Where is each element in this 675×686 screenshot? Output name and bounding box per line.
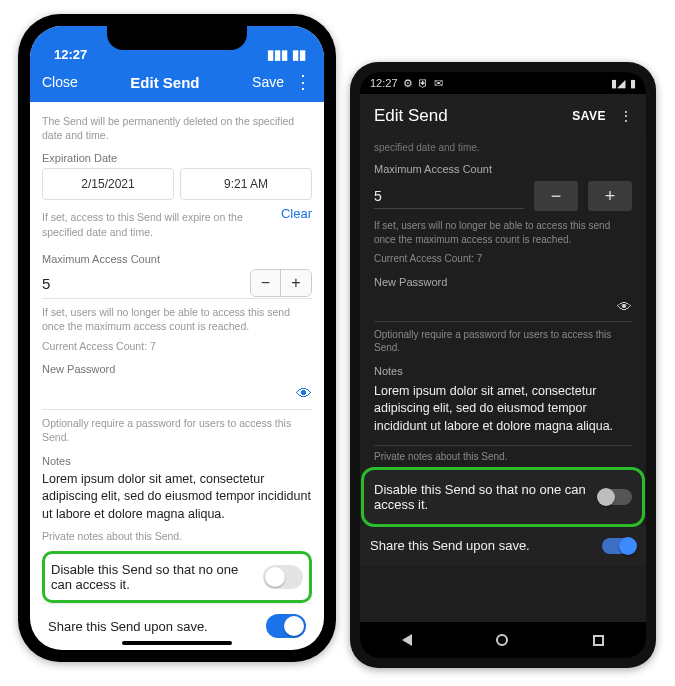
current-access-count: Current Access Count: 7 <box>42 339 312 353</box>
clear-button[interactable]: Clear <box>281 206 312 221</box>
page-title: Edit Send <box>130 74 199 91</box>
save-button[interactable]: Save <box>252 74 284 90</box>
share-send-toggle[interactable] <box>602 538 636 554</box>
home-button[interactable] <box>496 634 508 646</box>
signal-icon: ▮◢ <box>611 77 625 90</box>
notes-label: Notes <box>374 365 632 377</box>
back-button[interactable] <box>402 634 412 646</box>
iphone-screen: 12:27 ▮▮▮ ▮▮ Close Edit Send Save ⋮ The … <box>30 26 324 650</box>
notes-text[interactable]: Lorem ipsum dolor sit amet, consectetur … <box>42 471 312 524</box>
android-status-bar: 12:27 ⚙ ⛨ ✉ ▮◢ ▮ <box>360 72 646 94</box>
iphone-notch <box>107 26 247 50</box>
max-access-value[interactable]: 5 <box>374 184 524 209</box>
android-frame: 12:27 ⚙ ⛨ ✉ ▮◢ ▮ Edit Send SAVE ⋮ specif… <box>350 62 656 668</box>
max-access-label: Maximum Access Count <box>42 253 312 265</box>
notes-helper: Private notes about this Send. <box>42 529 312 543</box>
expiration-date-field[interactable]: 2/15/2021 <box>42 168 174 200</box>
current-access-count: Current Access Count: 7 <box>374 252 632 266</box>
stepper-minus-button[interactable]: − <box>251 270 281 296</box>
iphone-frame: 12:27 ▮▮▮ ▮▮ Close Edit Send Save ⋮ The … <box>18 14 336 662</box>
disable-send-toggle[interactable] <box>263 565 303 589</box>
ios-nav-bar: Close Edit Send Save ⋮ <box>30 62 324 102</box>
battery-icon: ▮▮ <box>292 47 306 62</box>
eye-icon[interactable]: 👁 <box>296 385 312 403</box>
gear-icon: ⚙ <box>403 77 413 90</box>
stepper-plus-button[interactable]: + <box>588 181 632 211</box>
ios-body: The Send will be permanently deleted on … <box>30 102 324 650</box>
deletion-helper-partial: specified date and time. <box>374 142 632 153</box>
stepper-minus-button[interactable]: − <box>534 181 578 211</box>
new-password-label: New Password <box>374 276 632 288</box>
eye-icon[interactable]: 👁 <box>617 298 632 315</box>
share-send-label: Share this Send upon save. <box>370 538 602 553</box>
close-button[interactable]: Close <box>42 74 78 90</box>
android-screen: 12:27 ⚙ ⛨ ✉ ▮◢ ▮ Edit Send SAVE ⋮ specif… <box>360 72 646 658</box>
share-send-row[interactable]: Share this Send upon save. <box>360 526 646 566</box>
max-access-helper: If set, users will no longer be able to … <box>374 219 632 246</box>
android-body: specified date and time. Maximum Access … <box>360 142 646 566</box>
android-app-bar: Edit Send SAVE ⋮ <box>360 94 646 138</box>
share-send-label: Share this Send upon save. <box>48 619 266 634</box>
disable-send-row[interactable]: Disable this Send so that no one can acc… <box>364 470 642 524</box>
mail-icon: ✉ <box>434 77 443 90</box>
max-access-stepper: − + <box>250 269 312 297</box>
expiration-label: Expiration Date <box>42 152 312 164</box>
battery-icon: ▮ <box>630 77 636 90</box>
more-icon[interactable]: ⋮ <box>620 109 632 123</box>
share-send-toggle[interactable] <box>266 614 306 638</box>
android-nav-bar <box>360 622 646 658</box>
disable-send-toggle[interactable] <box>598 489 632 505</box>
deletion-helper: The Send will be permanently deleted on … <box>42 114 312 142</box>
disable-send-label: Disable this Send so that no one can acc… <box>374 482 598 512</box>
save-button[interactable]: SAVE <box>572 109 606 123</box>
password-helper: Optionally require a password for users … <box>374 328 632 355</box>
new-password-label: New Password <box>42 363 312 375</box>
ios-status-time: 12:27 <box>54 47 87 62</box>
disable-send-label: Disable this Send so that no one can acc… <box>51 562 263 592</box>
wifi-icon: ▮▮▮ <box>267 47 288 62</box>
max-access-label: Maximum Access Count <box>374 163 632 175</box>
shield-icon: ⛨ <box>418 77 429 89</box>
home-indicator <box>122 641 232 645</box>
expiration-helper: If set, access to this Send will expire … <box>42 210 281 238</box>
stepper-plus-button[interactable]: + <box>281 270 311 296</box>
password-helper: Optionally require a password for users … <box>42 416 312 444</box>
max-access-value[interactable]: 5 <box>42 269 250 298</box>
max-access-helper: If set, users will no longer be able to … <box>42 305 312 333</box>
disable-send-row[interactable]: Disable this Send so that no one can acc… <box>42 551 312 603</box>
page-title: Edit Send <box>374 106 448 126</box>
notes-label: Notes <box>42 455 312 467</box>
notes-helper: Private notes about this Send. <box>374 450 632 464</box>
notes-text[interactable]: Lorem ipsum dolor sit amet, consectetur … <box>374 383 632 447</box>
expiration-time-field[interactable]: 9:21 AM <box>180 168 312 200</box>
android-status-time: 12:27 <box>370 77 398 89</box>
recents-button[interactable] <box>593 635 604 646</box>
